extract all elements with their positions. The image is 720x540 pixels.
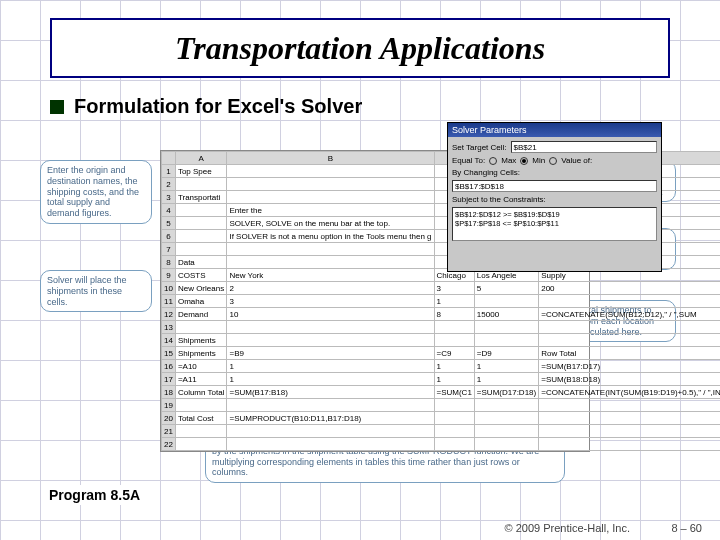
table-row: 11Omaha31 <box>162 295 721 308</box>
row-number: 7 <box>162 243 176 256</box>
equal-to-label: Equal To: <box>452 156 485 165</box>
cell: Column Total <box>175 386 227 399</box>
program-label: Program 8.5A <box>45 485 144 505</box>
cell <box>474 334 538 347</box>
cell <box>227 334 434 347</box>
row-number: 12 <box>162 308 176 321</box>
table-row: 22 <box>162 438 721 451</box>
cell <box>175 230 227 243</box>
slide-number: 8 – 60 <box>671 522 702 534</box>
cell: SOLVER, SOLVE on the menu bar at the top… <box>227 217 434 230</box>
cell <box>539 399 720 412</box>
cell <box>474 412 538 425</box>
row-number: 10 <box>162 282 176 295</box>
cell <box>434 425 474 438</box>
cell: 1 <box>434 360 474 373</box>
solver-dialog: Solver Parameters Set Target Cell: $B$21… <box>447 122 662 272</box>
cell: 1 <box>434 373 474 386</box>
opt-val-label: Value of: <box>561 156 592 165</box>
radio-value[interactable] <box>549 157 557 165</box>
cell: =SUM(C1 <box>434 386 474 399</box>
cell <box>175 399 227 412</box>
cell: 8 <box>434 308 474 321</box>
cell <box>434 321 474 334</box>
cell <box>227 321 434 334</box>
cell <box>474 425 538 438</box>
row-number: 2 <box>162 178 176 191</box>
table-row: 16=A10111=SUM(B17:D17) <box>162 360 721 373</box>
cell: =SUM(B17:B18) <box>227 386 434 399</box>
table-row: 15Shipments=B9=C9=D9Row Total <box>162 347 721 360</box>
cell: =C9 <box>434 347 474 360</box>
cell <box>474 438 538 451</box>
cell: =CONCATENATE(SUM(B12:D12)," / ",SUM <box>539 308 720 321</box>
cell <box>175 438 227 451</box>
cell: Data <box>175 256 227 269</box>
cell: 1 <box>227 360 434 373</box>
callout-origins: Enter the origin and destination names, … <box>40 160 152 224</box>
cell: COSTS <box>175 269 227 282</box>
cell: Shipments <box>175 334 227 347</box>
row-number: 17 <box>162 373 176 386</box>
changing-input[interactable]: $B$17:$D$18 <box>452 180 657 192</box>
cell <box>539 412 720 425</box>
cell: =A11 <box>175 373 227 386</box>
row-number: 18 <box>162 386 176 399</box>
cell <box>227 191 434 204</box>
cell <box>474 399 538 412</box>
cell <box>175 217 227 230</box>
opt-max-label: Max <box>501 156 516 165</box>
cell <box>434 399 474 412</box>
cell: =SUM(D17:D18) <box>474 386 538 399</box>
cell <box>539 295 720 308</box>
set-target-label: Set Target Cell: <box>452 143 507 152</box>
row-number: 6 <box>162 230 176 243</box>
cell <box>434 438 474 451</box>
constraints-list[interactable]: $B$12:$D$12 >= $B$19:$D$19 $P$17:$P$18 <… <box>452 207 657 241</box>
cell <box>434 412 474 425</box>
cell: Transportati <box>175 191 227 204</box>
set-target-input[interactable]: $B$21 <box>511 141 657 153</box>
solver-titlebar: Solver Parameters <box>448 123 661 137</box>
cell: New York <box>227 269 434 282</box>
cell <box>227 256 434 269</box>
figure-area: Enter the origin and destination names, … <box>50 130 670 480</box>
bullet-text: Formulation for Excel's Solver <box>74 95 362 118</box>
title-box: Transportation Applications <box>50 18 670 78</box>
page-title: Transportation Applications <box>175 30 545 67</box>
cell <box>539 425 720 438</box>
cell: 200 <box>539 282 720 295</box>
row-number: 20 <box>162 412 176 425</box>
constraint-2: $P$17:$P$18 <= $P$10:$P$11 <box>455 219 654 228</box>
table-row: 19 <box>162 399 721 412</box>
radio-max[interactable] <box>489 157 497 165</box>
row-number: 13 <box>162 321 176 334</box>
row-number: 22 <box>162 438 176 451</box>
row-number: 14 <box>162 334 176 347</box>
cell: If SOLVER is not a menu option in the To… <box>227 230 434 243</box>
cell <box>175 178 227 191</box>
cell: 1 <box>227 373 434 386</box>
radio-min[interactable] <box>520 157 528 165</box>
cell <box>434 334 474 347</box>
table-row: 18Column Total=SUM(B17:B18)=SUM(C1=SUM(D… <box>162 386 721 399</box>
cell <box>175 321 227 334</box>
callout-solver-cells: Solver will place the shipments in these… <box>40 270 152 312</box>
row-number: 15 <box>162 347 176 360</box>
cell <box>175 243 227 256</box>
cell <box>474 295 538 308</box>
cell <box>474 321 538 334</box>
cell <box>227 399 434 412</box>
row-number: 11 <box>162 295 176 308</box>
copyright: © 2009 Prentice-Hall, Inc. <box>505 522 631 534</box>
cell <box>539 334 720 347</box>
cell: Shipments <box>175 347 227 360</box>
table-row: 10New Orleans235200 <box>162 282 721 295</box>
cell <box>539 321 720 334</box>
row-number: 5 <box>162 217 176 230</box>
row-number: 9 <box>162 269 176 282</box>
cell: 3 <box>434 282 474 295</box>
cell: =CONCATENATE(INT(SUM(B19:D19)+0.5)," / "… <box>539 386 720 399</box>
table-row: 14Shipments <box>162 334 721 347</box>
cell: =B9 <box>227 347 434 360</box>
